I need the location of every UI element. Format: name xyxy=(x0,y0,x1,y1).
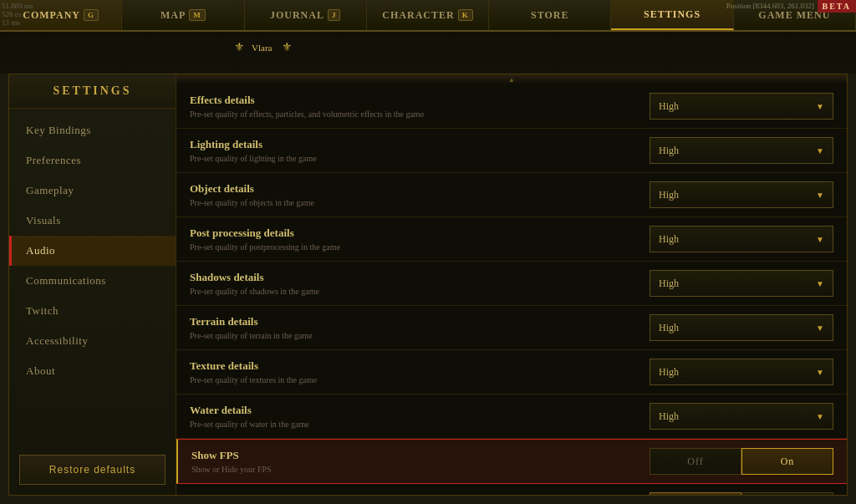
sidebar-item-gameplay[interactable]: Gameplay xyxy=(9,176,176,206)
setting-desc-shadows: Pre-set quality of shadows in the game xyxy=(190,287,650,296)
water-dropdown[interactable]: High ▼ xyxy=(650,403,833,430)
setting-info-show-fps: Show FPS Show or Hide your FPS xyxy=(191,449,650,474)
setting-desc-object: Pre-set quality of objects in the game xyxy=(190,198,650,207)
setting-row-show-fps: Show FPS Show or Hide your FPS Off On xyxy=(176,439,847,484)
post-processing-dropdown[interactable]: High ▼ xyxy=(650,226,833,252)
effects-dropdown-arrow: ▼ xyxy=(816,102,824,111)
setting-name-post-processing: Post processing details xyxy=(190,227,650,240)
sidebar-item-visuals[interactable]: Visuals xyxy=(9,206,176,236)
game-world-ui: ⚜ Vlara ⚜ xyxy=(0,32,856,74)
beta-badge: BETA xyxy=(818,0,857,13)
sidebar-nav: Key Bindings Preferences Gameplay Visual… xyxy=(9,109,176,445)
setting-desc-water: Pre-set quality of water in the game xyxy=(190,420,650,429)
setting-info-water: Water details Pre-set quality of water i… xyxy=(190,404,650,429)
setting-row-shadows: Shadows details Pre-set quality of shado… xyxy=(176,262,847,306)
nav-character[interactable]: CHARACTER K xyxy=(367,0,489,30)
nav-character-hotkey: K xyxy=(458,9,473,21)
character-name: Vlara xyxy=(252,43,272,53)
nav-map-hotkey: M xyxy=(189,9,206,21)
shadows-value: High xyxy=(659,277,679,290)
setting-desc-effects: Pre-set quality of effects, particles, a… xyxy=(190,109,650,119)
sidebar-item-preferences-label: Preferences xyxy=(26,154,81,166)
sidebar: SETTINGS Key Bindings Preferences Gamepl… xyxy=(9,74,176,495)
setting-info-post-processing: Post processing details Pre-set quality … xyxy=(190,227,650,252)
post-processing-dropdown-arrow: ▼ xyxy=(816,235,824,244)
setting-info-shadows: Shadows details Pre-set quality of shado… xyxy=(190,271,650,296)
object-dropdown[interactable]: High ▼ xyxy=(650,181,833,208)
nav-journal[interactable]: JOURNAL J xyxy=(245,0,367,30)
setting-control-object: High ▼ xyxy=(650,181,833,208)
lighting-dropdown[interactable]: High ▼ xyxy=(650,137,833,164)
restore-defaults-button[interactable]: Restore defaults xyxy=(19,455,166,485)
object-dropdown-arrow: ▼ xyxy=(816,191,824,200)
show-fps-on-label: On xyxy=(781,456,795,468)
lighting-dropdown-arrow: ▼ xyxy=(816,146,824,155)
sidebar-item-accessibility-label: Accessibility xyxy=(26,334,88,347)
nav-store[interactable]: STORE xyxy=(489,0,611,30)
main-content[interactable]: Effects details Pre-set quality of effec… xyxy=(176,74,847,495)
setting-name-show-fps: Show FPS xyxy=(191,449,650,462)
effects-value: High xyxy=(659,100,679,113)
nav-store-label: STORE xyxy=(531,9,568,22)
setting-desc-terrain: Pre-set quality of terrain in the game xyxy=(190,331,650,340)
sidebar-item-communications-label: Communications xyxy=(26,274,106,287)
setting-control-vsync: Off On xyxy=(650,492,833,495)
terrain-value: High xyxy=(659,322,679,334)
shadows-dropdown-arrow: ▼ xyxy=(816,279,824,288)
setting-name-lighting: Lighting details xyxy=(190,138,650,151)
show-fps-toggle-group: Off On xyxy=(650,448,833,475)
texture-dropdown[interactable]: High ▼ xyxy=(650,359,833,385)
setting-control-effects: High ▼ xyxy=(650,93,833,120)
setting-control-post-processing: High ▼ xyxy=(650,226,833,252)
nav-map[interactable]: MAP M xyxy=(122,0,244,30)
vsync-on-button[interactable]: On xyxy=(741,492,833,495)
nav-journal-hotkey: J xyxy=(328,9,341,21)
nav-character-label: CHARACTER xyxy=(382,9,454,22)
sidebar-item-accessibility[interactable]: Accessibility xyxy=(9,326,176,356)
setting-info-lighting: Lighting details Pre-set quality of ligh… xyxy=(190,138,650,163)
vsync-off-button[interactable]: Off xyxy=(650,492,741,495)
show-fps-off-button[interactable]: Off xyxy=(650,448,741,475)
effects-dropdown[interactable]: High ▼ xyxy=(650,93,833,120)
setting-row-lighting: Lighting details Pre-set quality of ligh… xyxy=(176,129,847,173)
show-fps-off-label: Off xyxy=(687,456,703,468)
sidebar-item-audio[interactable]: Audio xyxy=(9,236,176,266)
setting-row-effects-details: Effects details Pre-set quality of effec… xyxy=(176,84,847,129)
sidebar-item-twitch-label: Twitch xyxy=(26,304,59,317)
setting-info-vsync: V-Sync Limit frame rate to monitor refre… xyxy=(190,493,650,495)
setting-row-post-processing: Post processing details Pre-set quality … xyxy=(176,217,847,262)
setting-row-vsync: V-Sync Limit frame rate to monitor refre… xyxy=(176,484,847,495)
stat-ms: 51.889 ms xyxy=(2,2,33,10)
sidebar-item-about[interactable]: About xyxy=(9,356,176,386)
vsync-toggle-group: Off On xyxy=(650,492,833,495)
sidebar-item-audio-label: Audio xyxy=(26,244,55,257)
setting-row-texture: Texture details Pre-set quality of textu… xyxy=(176,350,847,395)
sidebar-item-communications[interactable]: Communications xyxy=(9,266,176,296)
sidebar-item-key-bindings[interactable]: Key Bindings xyxy=(9,115,176,145)
setting-control-water: High ▼ xyxy=(650,403,833,430)
setting-name-texture: Texture details xyxy=(190,359,650,373)
setting-desc-show-fps: Show or Hide your FPS xyxy=(191,465,650,474)
show-fps-on-button[interactable]: On xyxy=(741,448,833,475)
sidebar-item-gameplay-label: Gameplay xyxy=(26,184,74,196)
stats-info: 51.889 ms 526 es 13 ms xyxy=(2,2,33,27)
character-icon-2: ⚜ xyxy=(282,40,293,54)
setting-control-show-fps: Off On xyxy=(650,448,833,475)
terrain-dropdown[interactable]: High ▼ xyxy=(650,314,833,341)
nav-company-hotkey: G xyxy=(84,9,99,21)
sidebar-item-twitch[interactable]: Twitch xyxy=(9,296,176,326)
setting-desc-texture: Pre-set quality of textures in the game xyxy=(190,375,650,384)
stat-fps: 526 es xyxy=(2,10,33,18)
object-value: High xyxy=(659,189,679,201)
texture-value: High xyxy=(659,366,679,379)
setting-control-texture: High ▼ xyxy=(650,359,833,385)
setting-row-water: Water details Pre-set quality of water i… xyxy=(176,395,847,439)
nav-map-label: MAP xyxy=(160,9,186,22)
sidebar-item-preferences[interactable]: Preferences xyxy=(9,145,176,176)
setting-info-terrain: Terrain details Pre-set quality of terra… xyxy=(190,315,650,340)
shadows-dropdown[interactable]: High ▼ xyxy=(650,270,833,297)
stat-response: 13 ms xyxy=(2,18,33,27)
nav-journal-label: JOURNAL xyxy=(270,9,324,22)
nav-settings[interactable]: SETTINGS xyxy=(611,0,733,30)
setting-info-object: Object details Pre-set quality of object… xyxy=(190,182,650,207)
